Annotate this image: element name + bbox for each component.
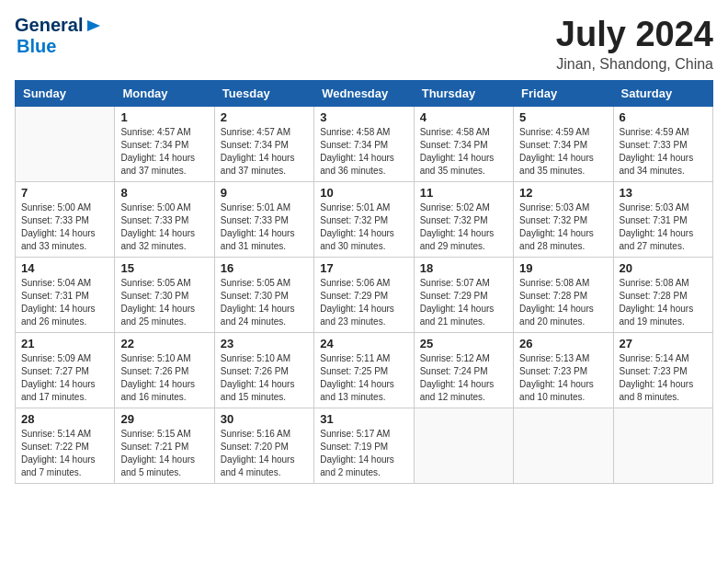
weekday-header-row: SundayMondayTuesdayWednesdayThursdayFrid…: [16, 81, 713, 107]
day-info: Sunrise: 5:00 AM Sunset: 7:33 PM Dayligh…: [21, 201, 108, 253]
page-header: General Blue July 2024 Jinan, Shandong, …: [15, 15, 713, 73]
day-info: Sunrise: 5:17 AM Sunset: 7:19 PM Dayligh…: [320, 428, 407, 479]
day-info: Sunrise: 5:11 AM Sunset: 7:25 PM Dayligh…: [320, 352, 407, 404]
day-number: 29: [120, 412, 208, 426]
calendar-table: SundayMondayTuesdayWednesdayThursdayFrid…: [15, 80, 713, 484]
day-number: 1: [120, 110, 208, 124]
day-number: 9: [221, 186, 308, 200]
calendar-cell: 10Sunrise: 5:01 AM Sunset: 7:32 PM Dayli…: [314, 182, 414, 258]
day-number: 27: [620, 337, 707, 350]
calendar-cell: [514, 408, 613, 484]
calendar-cell: 1Sunrise: 4:57 AM Sunset: 7:34 PM Daylig…: [115, 107, 214, 182]
calendar-cell: 31Sunrise: 5:17 AM Sunset: 7:19 PM Dayli…: [314, 408, 414, 484]
calendar-cell: 14Sunrise: 5:04 AM Sunset: 7:31 PM Dayli…: [16, 258, 115, 333]
day-number: 23: [221, 337, 308, 350]
day-info: Sunrise: 4:57 AM Sunset: 7:34 PM Dayligh…: [120, 126, 208, 178]
day-number: 10: [320, 186, 407, 200]
calendar-week-3: 14Sunrise: 5:04 AM Sunset: 7:31 PM Dayli…: [16, 258, 713, 333]
calendar-cell: 15Sunrise: 5:05 AM Sunset: 7:30 PM Dayli…: [115, 258, 214, 333]
day-number: 15: [120, 261, 208, 275]
day-info: Sunrise: 4:58 AM Sunset: 7:34 PM Dayligh…: [320, 126, 407, 178]
day-number: 16: [221, 261, 308, 275]
calendar-cell: 13Sunrise: 5:03 AM Sunset: 7:31 PM Dayli…: [613, 182, 712, 258]
logo-arrow-icon: [85, 17, 102, 34]
day-info: Sunrise: 5:03 AM Sunset: 7:32 PM Dayligh…: [519, 201, 607, 253]
weekday-header-wednesday: Wednesday: [314, 81, 414, 107]
calendar-cell: 2Sunrise: 4:57 AM Sunset: 7:34 PM Daylig…: [214, 107, 313, 182]
day-number: 5: [519, 110, 607, 124]
calendar-cell: 30Sunrise: 5:16 AM Sunset: 7:20 PM Dayli…: [214, 408, 313, 484]
calendar-cell: 16Sunrise: 5:05 AM Sunset: 7:30 PM Dayli…: [214, 258, 313, 333]
day-number: 18: [420, 261, 507, 275]
svg-marker-0: [87, 20, 100, 31]
day-number: 11: [420, 186, 507, 200]
weekday-header-sunday: Sunday: [16, 81, 115, 107]
day-info: Sunrise: 5:06 AM Sunset: 7:29 PM Dayligh…: [320, 277, 407, 328]
day-info: Sunrise: 5:09 AM Sunset: 7:27 PM Dayligh…: [21, 352, 108, 404]
calendar-cell: 25Sunrise: 5:12 AM Sunset: 7:24 PM Dayli…: [414, 333, 513, 408]
day-info: Sunrise: 5:02 AM Sunset: 7:32 PM Dayligh…: [420, 201, 507, 253]
logo-general-text: General: [15, 15, 83, 36]
day-number: 3: [320, 110, 407, 124]
day-number: 30: [221, 412, 308, 426]
calendar-week-4: 21Sunrise: 5:09 AM Sunset: 7:27 PM Dayli…: [16, 333, 713, 408]
day-info: Sunrise: 5:15 AM Sunset: 7:21 PM Dayligh…: [120, 428, 208, 479]
day-info: Sunrise: 5:12 AM Sunset: 7:24 PM Dayligh…: [420, 352, 507, 404]
title-block: July 2024 Jinan, Shandong, China: [556, 15, 713, 73]
calendar-cell: 9Sunrise: 5:01 AM Sunset: 7:33 PM Daylig…: [214, 182, 313, 258]
day-number: 7: [21, 186, 108, 200]
calendar-cell: 19Sunrise: 5:08 AM Sunset: 7:28 PM Dayli…: [514, 258, 613, 333]
calendar-cell: 3Sunrise: 4:58 AM Sunset: 7:34 PM Daylig…: [314, 107, 414, 182]
day-info: Sunrise: 5:14 AM Sunset: 7:23 PM Dayligh…: [620, 352, 707, 404]
weekday-header-tuesday: Tuesday: [214, 81, 313, 107]
calendar-cell: 24Sunrise: 5:11 AM Sunset: 7:25 PM Dayli…: [314, 333, 414, 408]
day-number: 12: [519, 186, 607, 200]
day-info: Sunrise: 5:13 AM Sunset: 7:23 PM Dayligh…: [519, 352, 607, 404]
calendar-cell: 28Sunrise: 5:14 AM Sunset: 7:22 PM Dayli…: [16, 408, 115, 484]
logo-blue-text: Blue: [17, 36, 56, 56]
day-number: 31: [320, 412, 407, 426]
day-number: 26: [519, 337, 607, 350]
calendar-week-2: 7Sunrise: 5:00 AM Sunset: 7:33 PM Daylig…: [16, 182, 713, 258]
day-info: Sunrise: 4:58 AM Sunset: 7:34 PM Dayligh…: [420, 126, 507, 178]
day-info: Sunrise: 5:01 AM Sunset: 7:32 PM Dayligh…: [320, 201, 407, 253]
calendar-cell: 29Sunrise: 5:15 AM Sunset: 7:21 PM Dayli…: [115, 408, 214, 484]
day-number: 8: [120, 186, 208, 200]
calendar-cell: 17Sunrise: 5:06 AM Sunset: 7:29 PM Dayli…: [314, 258, 414, 333]
day-info: Sunrise: 5:16 AM Sunset: 7:20 PM Dayligh…: [221, 428, 308, 479]
day-info: Sunrise: 4:57 AM Sunset: 7:34 PM Dayligh…: [221, 126, 308, 178]
day-number: 20: [620, 261, 707, 275]
calendar-week-5: 28Sunrise: 5:14 AM Sunset: 7:22 PM Dayli…: [16, 408, 713, 484]
location-title: Jinan, Shandong, China: [556, 56, 713, 73]
calendar-cell: 5Sunrise: 4:59 AM Sunset: 7:34 PM Daylig…: [514, 107, 613, 182]
calendar-cell: 18Sunrise: 5:07 AM Sunset: 7:29 PM Dayli…: [414, 258, 513, 333]
day-info: Sunrise: 5:01 AM Sunset: 7:33 PM Dayligh…: [221, 201, 308, 253]
calendar-cell: 8Sunrise: 5:00 AM Sunset: 7:33 PM Daylig…: [115, 182, 214, 258]
day-number: 24: [320, 337, 407, 350]
calendar-cell: 4Sunrise: 4:58 AM Sunset: 7:34 PM Daylig…: [414, 107, 513, 182]
calendar-cell: 23Sunrise: 5:10 AM Sunset: 7:26 PM Dayli…: [214, 333, 313, 408]
day-info: Sunrise: 5:08 AM Sunset: 7:28 PM Dayligh…: [519, 277, 607, 328]
day-info: Sunrise: 4:59 AM Sunset: 7:34 PM Dayligh…: [519, 126, 607, 178]
day-info: Sunrise: 5:04 AM Sunset: 7:31 PM Dayligh…: [21, 277, 108, 328]
day-info: Sunrise: 5:00 AM Sunset: 7:33 PM Dayligh…: [120, 201, 208, 253]
calendar-cell: 6Sunrise: 4:59 AM Sunset: 7:33 PM Daylig…: [613, 107, 712, 182]
day-number: 6: [620, 110, 707, 124]
calendar-cell: 27Sunrise: 5:14 AM Sunset: 7:23 PM Dayli…: [613, 333, 712, 408]
day-info: Sunrise: 4:59 AM Sunset: 7:33 PM Dayligh…: [620, 126, 707, 178]
calendar-cell: [16, 107, 115, 182]
calendar-cell: [414, 408, 513, 484]
day-info: Sunrise: 5:07 AM Sunset: 7:29 PM Dayligh…: [420, 277, 507, 328]
day-number: 2: [221, 110, 308, 124]
calendar-cell: 22Sunrise: 5:10 AM Sunset: 7:26 PM Dayli…: [115, 333, 214, 408]
calendar-cell: 26Sunrise: 5:13 AM Sunset: 7:23 PM Dayli…: [514, 333, 613, 408]
calendar-week-1: 1Sunrise: 4:57 AM Sunset: 7:34 PM Daylig…: [16, 107, 713, 182]
day-number: 28: [21, 412, 108, 426]
day-info: Sunrise: 5:03 AM Sunset: 7:31 PM Dayligh…: [620, 201, 707, 253]
day-info: Sunrise: 5:10 AM Sunset: 7:26 PM Dayligh…: [120, 352, 208, 404]
day-number: 4: [420, 110, 507, 124]
weekday-header-thursday: Thursday: [414, 81, 513, 107]
calendar-cell: 12Sunrise: 5:03 AM Sunset: 7:32 PM Dayli…: [514, 182, 613, 258]
calendar-cell: 20Sunrise: 5:08 AM Sunset: 7:28 PM Dayli…: [613, 258, 712, 333]
weekday-header-monday: Monday: [115, 81, 214, 107]
